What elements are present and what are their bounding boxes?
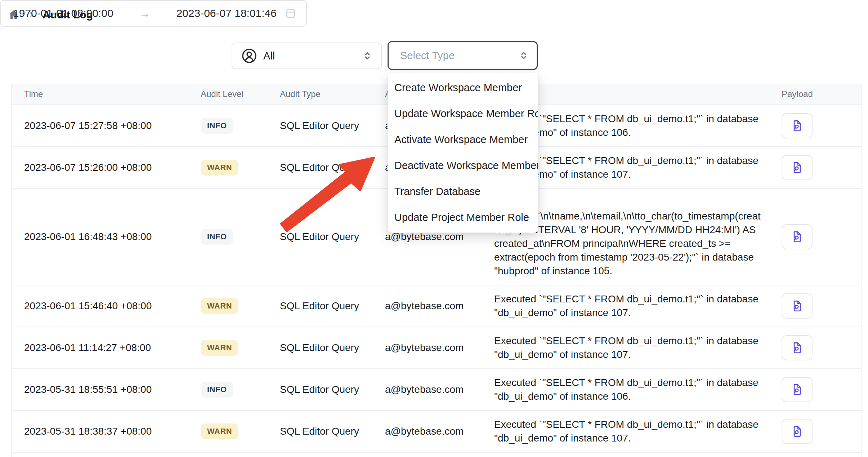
view-payload-button[interactable]	[782, 293, 813, 319]
column-header-audit-level: Audit Level	[201, 89, 280, 99]
type-filter-placeholder: Select Type	[400, 50, 455, 62]
cell-actor: a@bytebase.com	[385, 384, 494, 395]
cell-time: 2023-06-07 15:26:00 +08:00	[12, 162, 201, 173]
cell-actor: a@bytebase.com	[385, 300, 494, 312]
cell-time: 2023-05-31 18:55:51 +08:00	[12, 384, 201, 395]
cell-audit-type: SQL Editor Query	[280, 384, 385, 395]
chevron-updown-icon	[518, 50, 529, 61]
payload-document-search-icon	[790, 425, 804, 438]
cell-audit-type: SQL Editor Query	[280, 120, 385, 132]
payload-document-search-icon	[790, 341, 804, 355]
cell-audit-type: SQL Editor Query	[280, 231, 385, 243]
view-payload-button[interactable]	[782, 335, 813, 360]
cell-comment: Executed `"SELECT * FROM db_ui_demo.t1;"…	[494, 411, 775, 452]
menu-item-update-project-member[interactable]: Update Project Member Role	[388, 204, 538, 230]
cell-time: 2023-06-01 16:48:43 +08:00	[12, 231, 201, 243]
table-row: 2023-05-31 18:55:51 +08:00 INFO SQL Edit…	[12, 369, 862, 411]
audit-log-page: Audit Log All Select Type 1970-01-01 08:…	[0, 0, 868, 457]
table-row: 2023-06-01 15:46:40 +08:00 WARN SQL Edit…	[12, 285, 862, 327]
menu-item-activate-workspace-member[interactable]: Activate Workspace Member	[388, 127, 538, 152]
chevron-updown-icon	[362, 50, 373, 62]
column-header-audit-type: Audit Type	[280, 89, 385, 99]
view-payload-button[interactable]	[782, 224, 813, 249]
audit-level-badge: INFO	[201, 382, 233, 398]
calendar-icon	[285, 7, 297, 19]
audit-level-badge: WARN	[201, 160, 238, 176]
cell-audit-type: SQL Editor Query	[280, 162, 385, 173]
type-filter-select[interactable]: Select Type	[388, 41, 538, 70]
cell-comment: Executed `"SELECT * FROM db_ui_demo.t1;"…	[494, 369, 775, 410]
date-range-start[interactable]: 1970-01-01 08:00:00	[13, 7, 113, 19]
view-payload-button[interactable]	[782, 155, 813, 180]
menu-item-create-workspace-member[interactable]: Create Workspace Member	[388, 75, 538, 101]
actor-filter-select[interactable]: All	[232, 43, 382, 69]
person-circle-icon	[241, 48, 258, 64]
payload-document-search-icon	[790, 119, 804, 133]
audit-level-badge: INFO	[201, 118, 233, 134]
date-range-arrow: →	[113, 7, 176, 19]
column-header-time: Time	[12, 89, 201, 99]
cell-audit-type: SQL Editor Query	[280, 426, 385, 437]
table-row: 2023-06-01 11:14:27 +08:00 WARN SQL Edit…	[12, 327, 862, 369]
actor-filter-value: All	[263, 50, 275, 62]
view-payload-button[interactable]	[782, 419, 813, 444]
cell-audit-type: SQL Editor Query	[280, 300, 385, 312]
date-range-end[interactable]: 2023-06-07 18:01:46	[176, 7, 277, 19]
payload-document-search-icon	[790, 161, 804, 174]
cell-time: 2023-06-01 11:14:27 +08:00	[12, 342, 201, 354]
cell-time: 2023-05-31 18:38:37 +08:00	[12, 426, 201, 437]
audit-level-badge: WARN	[201, 423, 238, 439]
audit-level-badge: WARN	[201, 340, 238, 356]
cell-time: 2023-06-07 15:27:58 +08:00	[12, 120, 201, 132]
cell-comment: Executed `"SELECT * FROM db_ui_demo.t1;"…	[494, 327, 775, 368]
cell-comment: Executed `"SELECT * FROM db_ui_demo.t1;"…	[494, 285, 775, 327]
cell-actor: a@bytebase.com	[385, 342, 494, 354]
cell-audit-type: SQL Editor Query	[280, 342, 385, 354]
audit-level-badge: WARN	[201, 298, 238, 314]
menu-item-transfer-database[interactable]: Transfer Database	[388, 178, 538, 204]
cell-actor: a@bytebase.com	[385, 426, 494, 437]
menu-item-update-workspace-member[interactable]: Update Workspace Member Role	[388, 101, 538, 127]
date-range-picker[interactable]: 1970-01-01 08:00:00 → 2023-06-07 18:01:4…	[0, 0, 307, 27]
cell-time: 2023-06-01 15:46:40 +08:00	[12, 300, 201, 312]
type-select-dropdown-menu: Create Workspace Member Update Workspace…	[388, 72, 538, 233]
table-row: 2023-05-31 18:38:37 +08:00 WARN SQL Edit…	[12, 411, 862, 453]
view-payload-button[interactable]	[782, 377, 813, 402]
payload-document-search-icon	[790, 230, 804, 244]
menu-item-deactivate-workspace-member[interactable]: Deactivate Workspace Member	[388, 152, 538, 178]
view-payload-button[interactable]	[782, 113, 813, 138]
column-header-payload: Payload	[775, 89, 862, 99]
audit-level-badge: INFO	[201, 229, 233, 245]
payload-document-search-icon	[790, 383, 804, 396]
payload-document-search-icon	[790, 299, 804, 313]
